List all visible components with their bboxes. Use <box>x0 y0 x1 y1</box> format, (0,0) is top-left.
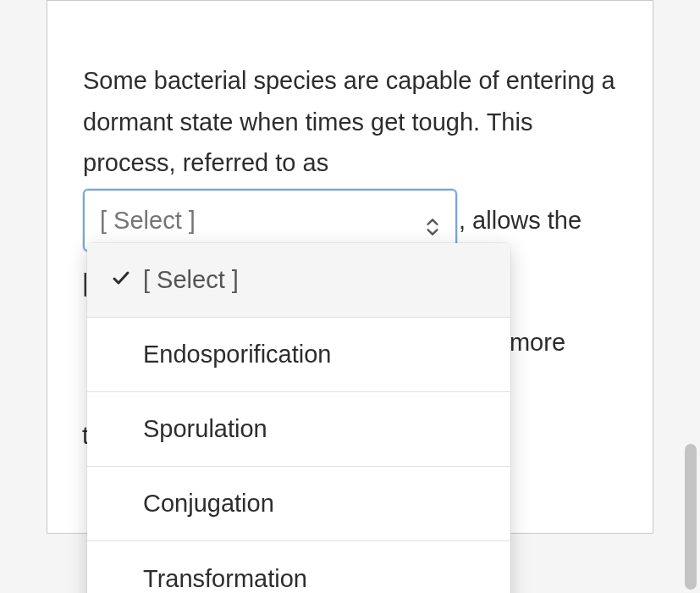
option-label: [ Select ] <box>143 266 239 294</box>
dropdown-option-sporulation[interactable]: Sporulation <box>87 392 510 467</box>
dropdown-menu: [ Select ] Endosporification Sporulation… <box>87 243 510 593</box>
option-label: Transformation <box>143 565 307 593</box>
option-label: Endosporification <box>143 341 331 369</box>
select-placeholder: [ Select ] <box>100 200 196 241</box>
option-label: Conjugation <box>143 490 274 518</box>
dropdown-option-select[interactable]: [ Select ] <box>87 243 510 318</box>
question-text-after: , allows the <box>459 207 581 234</box>
chevron-updown-icon <box>425 209 440 231</box>
check-icon <box>111 266 131 294</box>
scrollbar-thumb[interactable] <box>685 444 697 590</box>
check-slot <box>111 266 143 294</box>
option-label: Sporulation <box>143 415 267 443</box>
question-text: Some bacterial species are capable of en… <box>83 60 619 252</box>
dropdown-option-transformation[interactable]: Transformation <box>87 541 510 593</box>
dropdown-option-conjugation[interactable]: Conjugation <box>87 467 510 541</box>
dropdown-option-endosporification[interactable]: Endosporification <box>87 318 510 392</box>
question-text-before: Some bacterial species are capable of en… <box>83 67 615 176</box>
